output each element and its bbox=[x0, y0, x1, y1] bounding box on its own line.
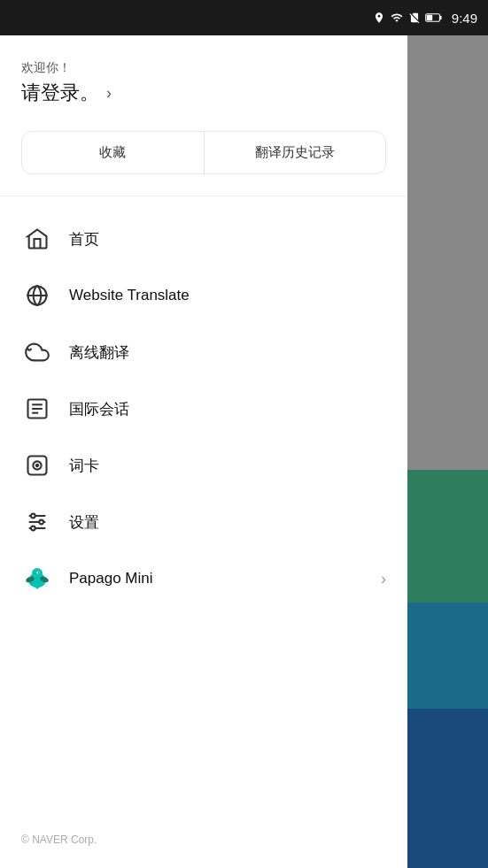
login-chevron-icon: › bbox=[106, 84, 112, 103]
footer: © NAVER Corp. bbox=[0, 817, 407, 868]
website-translate-label: Website Translate bbox=[69, 287, 386, 304]
overlay-teal bbox=[407, 603, 488, 709]
svg-point-12 bbox=[36, 465, 38, 466]
settings-label: 设置 bbox=[69, 512, 386, 533]
svg-rect-1 bbox=[439, 16, 441, 19]
drawer-panel: 欢迎你！ 请登录。 › 收藏 翻译历史记录 首页 bbox=[0, 35, 407, 868]
wifi-icon bbox=[390, 12, 404, 24]
overlay-navy bbox=[407, 709, 488, 868]
card-icon bbox=[21, 449, 53, 481]
battery-icon bbox=[425, 12, 443, 24]
welcome-text: 欢迎你！ bbox=[21, 60, 386, 76]
status-icons bbox=[373, 12, 443, 24]
home-icon bbox=[21, 223, 53, 255]
menu-item-papago-mini[interactable]: Papago Mini › bbox=[0, 550, 407, 607]
favorites-tab[interactable]: 收藏 bbox=[22, 132, 204, 173]
svg-point-16 bbox=[31, 514, 35, 518]
status-bar: 9:49 bbox=[0, 0, 488, 35]
menu-list: 首页 Website Translate 离线翻译 bbox=[0, 204, 407, 817]
papago-mini-label: Papago Mini bbox=[69, 570, 365, 588]
conversation-label: 国际会话 bbox=[69, 399, 386, 419]
svg-point-17 bbox=[39, 520, 43, 525]
overlay-right bbox=[407, 35, 488, 868]
globe-icon bbox=[21, 280, 53, 311]
svg-point-18 bbox=[31, 526, 35, 531]
svg-line-5 bbox=[27, 349, 29, 350]
home-label: 首页 bbox=[69, 229, 386, 250]
copyright-text: © NAVER Corp. bbox=[21, 833, 97, 846]
text-icon bbox=[21, 393, 53, 425]
papago-mini-chevron-icon: › bbox=[381, 570, 386, 588]
user-section: 欢迎你！ 请登录。 › bbox=[0, 35, 407, 124]
no-sim-icon bbox=[408, 12, 421, 24]
flashcard-label: 词卡 bbox=[69, 456, 386, 476]
settings-icon bbox=[21, 506, 53, 538]
menu-item-flashcard[interactable]: 词卡 bbox=[0, 437, 407, 494]
menu-item-settings[interactable]: 设置 bbox=[0, 494, 407, 550]
login-text: 请登录。 bbox=[21, 80, 99, 106]
location-icon bbox=[373, 12, 385, 24]
overlay-gray-top bbox=[407, 35, 488, 470]
history-tab[interactable]: 翻译历史记录 bbox=[204, 132, 386, 173]
divider bbox=[0, 196, 407, 196]
svg-rect-2 bbox=[427, 15, 432, 20]
login-row[interactable]: 请登录。 › bbox=[21, 80, 386, 106]
overlay-green bbox=[407, 470, 488, 603]
menu-item-website-translate[interactable]: Website Translate bbox=[0, 267, 407, 324]
papago-icon bbox=[21, 563, 53, 595]
menu-item-home[interactable]: 首页 bbox=[0, 211, 407, 267]
cloud-icon bbox=[21, 336, 53, 368]
status-time: 9:49 bbox=[452, 11, 477, 26]
svg-point-24 bbox=[38, 572, 39, 572]
menu-item-offline-translate[interactable]: 离线翻译 bbox=[0, 324, 407, 380]
menu-item-conversation[interactable]: 国际会话 bbox=[0, 380, 407, 437]
offline-translate-label: 离线翻译 bbox=[69, 342, 386, 363]
tab-buttons: 收藏 翻译历史记录 bbox=[21, 131, 386, 174]
